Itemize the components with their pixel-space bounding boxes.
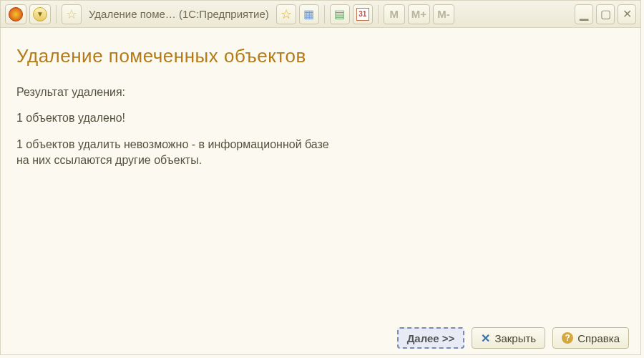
memory-m-plus-button[interactable]: M+ [408, 4, 430, 24]
memory-m-minus-button[interactable]: M- [433, 4, 454, 24]
window-title-context: (1С:Предприятие) [179, 8, 269, 20]
calculator-icon[interactable]: ▤ [330, 4, 350, 24]
memory-m-button[interactable]: M [384, 4, 405, 24]
cannot-delete-message: 1 объектов удалить невозможно - в информ… [16, 137, 625, 169]
deleted-count-line: 1 объектов удалено! [16, 110, 625, 126]
help-button[interactable]: ? Справка [552, 327, 629, 349]
calendar-icon[interactable] [353, 4, 373, 24]
dropdown-button[interactable]: ▼ [29, 4, 51, 24]
content-area: Удаление помеченных объектов Результат у… [1, 28, 640, 321]
minimize-button[interactable]: ▁ [575, 4, 593, 24]
next-button[interactable]: Далее >> [397, 327, 465, 349]
titlebar: ▼ ☆ Удаление поме… (1С:Предприятие) ☆ ▦ … [1, 1, 640, 28]
close-x-icon: ✕ [481, 332, 490, 345]
help-button-label: Справка [577, 332, 620, 344]
page-title: Удаление помеченных объектов [16, 45, 625, 67]
result-label: Результат удаления: [16, 84, 625, 100]
page-icon[interactable]: ▦ [299, 4, 319, 24]
window-title: Удаление поме… (1С:Предприятие) [84, 4, 273, 24]
close-button[interactable]: ✕ Закрыть [472, 327, 545, 349]
window-title-name: Удаление поме… [89, 8, 176, 20]
favorites-star-button[interactable]: ☆ [62, 4, 82, 24]
app-logo-1c[interactable] [5, 4, 26, 24]
separator [56, 5, 57, 24]
add-favorite-star-icon[interactable]: ☆ [276, 4, 296, 24]
separator [378, 5, 379, 24]
app-window: ▼ ☆ Удаление поме… (1С:Предприятие) ☆ ▦ … [0, 0, 641, 355]
footer-bar: Далее >> ✕ Закрыть ? Справка [1, 321, 640, 354]
close-window-button[interactable]: ✕ [618, 4, 636, 24]
help-question-icon: ? [562, 332, 573, 344]
separator [324, 5, 325, 24]
next-button-label: Далее >> [407, 332, 455, 344]
maximize-button[interactable]: ▢ [596, 4, 615, 24]
close-button-label: Закрыть [494, 332, 536, 344]
